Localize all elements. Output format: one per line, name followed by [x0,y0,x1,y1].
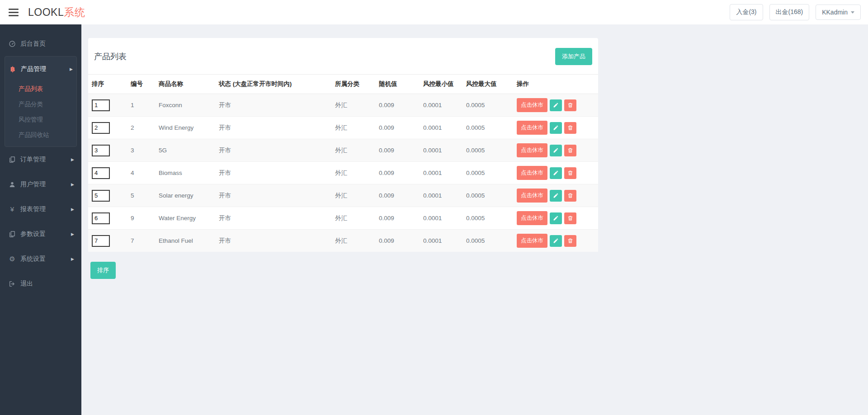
row-name: Water Energy [155,207,215,230]
sidebar-item-3[interactable]: 用户管理▶ [0,172,81,197]
row-id: 1 [127,94,155,117]
column-header: 风控最大值 [462,75,513,94]
row-name: Solar energy [155,184,215,207]
sort-input[interactable] [92,212,110,224]
edit-button[interactable] [550,122,562,134]
sidebar-item-label: 产品管理 [21,65,46,73]
sidebar-item-6[interactable]: ⚙系统设置▶ [0,246,81,271]
sort-input[interactable] [92,145,110,156]
sort-button[interactable]: 排序 [90,262,116,279]
sort-input[interactable] [92,167,110,179]
column-header: 商品名称 [155,75,215,94]
delete-button[interactable] [564,122,576,134]
row-risk-min: 0.0001 [420,207,462,230]
delete-button[interactable] [564,235,576,247]
delete-button[interactable] [564,167,576,179]
edit-button[interactable] [550,212,562,224]
row-category: 外汇 [331,139,375,162]
chevron-down-icon [851,11,854,14]
sidebar-item-0[interactable]: 后台首页 [0,31,81,56]
row-random-value: 0.009 [375,162,420,184]
row-id: 5 [127,184,155,207]
sidebar-subitem[interactable]: 产品回收站 [5,127,76,143]
sort-input[interactable] [92,122,110,134]
row-status: 开市 [215,139,331,162]
add-product-button[interactable]: 添加产品 [555,48,592,65]
row-risk-max: 0.0005 [462,117,513,139]
chevron-right-icon: ▶ [71,232,74,236]
close-market-button[interactable]: 点击休市 [517,143,547,157]
table-header-row: 排序编号商品名称状态 (大盘正常开市时间内)所属分类随机值风控最小值风控最大值操… [88,75,598,94]
withdraw-button[interactable]: 出金(168) [769,4,810,20]
sidebar: 后台首页฿产品管理▶产品列表产品分类风控管理产品回收站订单管理▶用户管理▶¥报表… [0,24,81,415]
chevron-right-icon: ▶ [71,157,74,162]
delete-button[interactable] [564,99,576,111]
edit-button[interactable] [550,99,562,111]
deposit-button[interactable]: 入金(3) [730,4,763,20]
row-name: 5G [155,139,215,162]
close-market-button[interactable]: 点击休市 [517,211,547,225]
row-category: 外汇 [331,184,375,207]
hamburger-menu-icon[interactable] [9,7,19,18]
edit-button[interactable] [550,235,562,247]
sort-input[interactable] [92,99,110,111]
edit-button[interactable] [550,145,562,156]
row-random-value: 0.009 [375,139,420,162]
row-risk-max: 0.0005 [462,162,513,184]
column-header: 所属分类 [331,75,375,94]
pencil-icon [553,215,559,221]
delete-button[interactable] [564,145,576,156]
row-name: Wind Energy [155,117,215,139]
close-market-button[interactable]: 点击休市 [517,98,547,112]
chevron-right-icon: ▶ [70,67,73,71]
sort-input[interactable] [92,235,110,247]
sidebar-item-label: 退出 [20,280,33,288]
user-menu-button[interactable]: KKadmin [816,5,861,20]
sidebar-subitem[interactable]: 风控管理 [5,112,76,127]
sidebar-item-label: 订单管理 [20,156,46,164]
row-risk-min: 0.0001 [420,94,462,117]
close-market-button[interactable]: 点击休市 [517,166,547,180]
trash-icon [567,238,573,244]
sidebar-item-label: 参数设置 [20,230,46,238]
close-market-button[interactable]: 点击休市 [517,234,547,248]
edit-button[interactable] [550,167,562,179]
row-risk-min: 0.0001 [420,139,462,162]
row-random-value: 0.009 [375,117,420,139]
logo-primary: LOOKL [28,6,64,18]
files-icon [8,156,16,163]
sidebar-item-5[interactable]: 参数设置▶ [0,222,81,246]
delete-button[interactable] [564,190,576,202]
table-row: 3 5G 开市 外汇 0.009 0.0001 0.0005 点击休市 [88,139,598,162]
chevron-right-icon: ▶ [71,207,74,212]
trash-icon [567,125,573,131]
row-status: 开市 [215,230,331,252]
sidebar-item-1[interactable]: ฿产品管理▶ [5,57,76,81]
close-market-button[interactable]: 点击休市 [517,189,547,203]
sidebar-subitem[interactable]: 产品分类 [5,97,76,112]
table-row: 5 Solar energy 开市 外汇 0.009 0.0001 0.0005… [88,184,598,207]
sort-input[interactable] [92,190,110,202]
sidebar-subitem[interactable]: 产品列表 [5,81,76,97]
card-header: 产品列表 添加产品 [88,38,598,74]
table-row: 1 Foxconn 开市 外汇 0.009 0.0001 0.0005 点击休市 [88,94,598,117]
row-id: 9 [127,207,155,230]
row-status: 开市 [215,117,331,139]
close-market-button[interactable]: 点击休市 [517,121,547,135]
pencil-icon [553,147,559,153]
sidebar-item-4[interactable]: ¥报表管理▶ [0,197,81,222]
sidebar-item-2[interactable]: 订单管理▶ [0,147,81,172]
sidebar-item-7[interactable]: 退出 [0,271,81,296]
sidebar-item-label: 报表管理 [20,205,46,213]
row-status: 开市 [215,207,331,230]
delete-button[interactable] [564,212,576,224]
user-icon [8,181,16,188]
edit-button[interactable] [550,190,562,202]
trash-icon [567,147,573,153]
column-header: 操作 [513,75,598,94]
row-name: Ethanol Fuel [155,230,215,252]
product-list-card: 产品列表 添加产品 排序编号商品名称状态 (大盘正常开市时间内)所属分类随机值风… [88,38,598,252]
row-id: 3 [127,139,155,162]
sidebar-item-label: 系统设置 [20,255,46,263]
row-risk-max: 0.0005 [462,184,513,207]
